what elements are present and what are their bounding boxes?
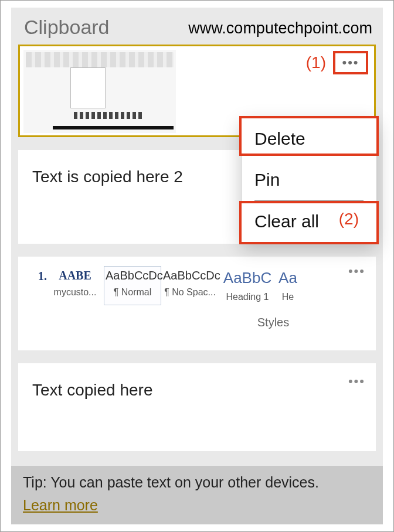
style-sample: Aa	[278, 269, 298, 287]
style-label: mycusto...	[48, 287, 102, 298]
more-options-button[interactable]: •••	[348, 264, 365, 279]
context-menu: Delete Pin (2) Clear all	[241, 118, 377, 243]
menu-item-pin[interactable]: Pin (2)	[242, 159, 376, 200]
tip-footer: Tip: You can paste text on your other de…	[11, 466, 383, 524]
more-options-button[interactable]: •••	[333, 51, 368, 74]
style-label: ¶ Normal	[106, 287, 159, 298]
style-sample: AaBbC	[220, 269, 274, 287]
clipboard-item[interactable]: ••• Text copied here	[18, 363, 376, 451]
style-label: He	[278, 292, 298, 302]
learn-more-link[interactable]: Learn more	[23, 497, 98, 514]
panel-header: Clipboard www.computechpoint.com	[11, 8, 383, 45]
style-label: ¶ No Spac...	[163, 287, 217, 298]
style-tile: AaBbCcDc ¶ No Spac...	[161, 266, 219, 305]
annotation-callout-2: (2)	[339, 210, 359, 229]
panel-title: Clipboard	[24, 16, 110, 39]
style-sample: AABE	[48, 269, 102, 282]
list-number: 1.	[38, 270, 47, 283]
menu-item-delete[interactable]: Delete	[242, 118, 376, 159]
style-tile: Aa He	[276, 266, 300, 305]
clipboard-item[interactable]: ••• 1. AABE mycusto... AaBbCcDc ¶ Normal…	[18, 257, 376, 350]
more-options-button[interactable]: •••	[348, 374, 365, 389]
style-tile-selected: AaBbCcDc ¶ Normal	[104, 266, 161, 305]
clipboard-item-text: Text copied here	[32, 381, 362, 400]
style-tile: AABE mycusto...	[46, 266, 104, 305]
clipboard-thumbnail	[23, 50, 176, 133]
tip-text: Tip: You can paste text on your other de…	[23, 474, 371, 491]
watermark-text: www.computechpoint.com	[188, 19, 372, 37]
styles-gallery: AABE mycusto... AaBbCcDc ¶ Normal AaBbCc…	[46, 266, 364, 305]
clipboard-panel: Clipboard www.computechpoint.com (1) •••…	[11, 8, 383, 524]
ellipsis-icon: •••	[348, 374, 365, 388]
style-label: Heading 1	[220, 292, 274, 302]
menu-item-label: Pin	[254, 170, 280, 189]
annotation-callout-1: (1)	[306, 53, 326, 72]
style-sample: AaBbCcDc	[106, 269, 159, 282]
ellipsis-icon: •••	[348, 264, 365, 278]
style-sample: AaBbCcDc	[163, 269, 217, 282]
styles-caption: Styles	[182, 316, 364, 329]
style-tile: AaBbC Heading 1	[219, 266, 276, 305]
